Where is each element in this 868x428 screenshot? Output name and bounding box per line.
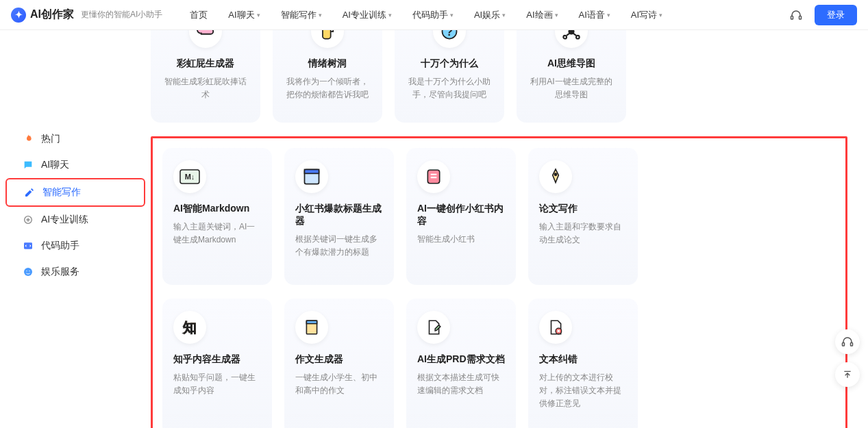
headset-icon[interactable] [790,9,802,21]
sidebar-item-label: AI聊天 [41,159,69,171]
card-title: AI智能Markdown [173,203,249,215]
card-title: 文本纠错 [539,353,578,366]
edit-icon [23,186,36,199]
nav-label: AI专业训练 [343,9,386,21]
tool-card[interactable]: 文本纠错 对上传的文本进行校对，标注错误文本并提供修正意见 [528,299,638,428]
nav-item-4[interactable]: 代码助手▾ [412,9,454,21]
login-button[interactable]: 登录 [815,5,857,25]
card-desc: 我是十万个为什么小助手，尽管向我提问吧 [406,75,493,101]
tool-card[interactable]: AI思维导图 利用AI一键生成完整的思维导图 [517,30,626,123]
cloud-icon [189,30,222,48]
nav-label: AI语音 [579,9,605,21]
nav-item-8[interactable]: AI写诗▾ [631,9,662,21]
content: 彩虹屁生成器 智能生成彩虹屁吹捧话术 情绪树洞 我将作为一个倾听者，把你的烦恼都… [151,30,868,428]
svg-point-6 [29,270,29,271]
nav-label: AI娱乐 [474,9,500,21]
card-title: 情绪树洞 [308,58,347,70]
sidebar-item-2[interactable]: 智能写作 [5,178,145,207]
sidebar: 热门AI聊天智能写作AI专业训练代码助手娱乐服务 [0,30,151,428]
tool-card[interactable]: 小红书爆款标题生成器 根据关键词一键生成多个有爆款潜力的标题 [284,148,394,285]
svg-rect-25 [851,343,853,347]
card-desc: 我将作为一个倾听者，把你的烦恼都告诉我吧 [284,75,371,101]
chevron-down-icon: ▾ [502,12,506,18]
markdown-icon: M↓ [173,160,206,193]
tool-card[interactable]: 论文写作 输入主题和字数要求自动生成论文 [528,148,638,285]
tool-card[interactable]: AI一键创作小红书内容 智能生成小红书 [406,148,516,285]
svg-rect-22 [306,320,317,323]
svg-point-13 [576,36,580,39]
card-title: 论文写作 [539,203,578,215]
sidebar-item-label: AI专业训练 [41,214,88,226]
svg-text:?: ? [446,30,453,38]
nav-item-1[interactable]: AI聊天▾ [228,9,260,21]
support-button[interactable] [835,329,860,354]
docx-icon [539,311,572,344]
nav-item-6[interactable]: AI绘画▾ [526,9,558,21]
main-nav: 首页AI聊天▾智能写作▾AI专业训练▾代码助手▾AI娱乐▾AI绘画▾AI语音▾A… [190,9,662,21]
svg-rect-0 [791,16,793,19]
nav-item-2[interactable]: 智能写作▾ [281,9,322,21]
mindmap-icon [555,30,588,48]
code-icon [22,240,34,252]
pen-icon [539,160,572,193]
logo[interactable]: ✦ AI创作家 [11,8,74,23]
brain-icon [22,214,34,226]
body: 热门AI聊天智能写作AI专业训练代码助手娱乐服务 彩虹屁生成器 智能生成彩虹屁吹… [0,30,868,428]
card-desc: 输入主题关键词，AI一键生成Markdown [173,221,261,247]
svg-rect-17 [305,170,319,174]
tool-card[interactable]: 知 知乎内容生成器 粘贴知乎问题，一键生成知乎内容 [162,299,272,428]
cup-icon [311,30,344,48]
nav-item-0[interactable]: 首页 [190,9,208,21]
nav-label: AI写诗 [631,9,657,21]
header-right: 登录 [790,5,857,25]
card-title: 彩虹屁生成器 [177,58,234,70]
tool-card[interactable]: 作文生成器 一键生成小学生、初中和高中的作文 [284,299,394,428]
grid-row-0: M↓ AI智能Markdown 输入主题关键词，AI一键生成Markdown 小… [162,148,836,285]
tool-card[interactable]: 彩虹屁生成器 智能生成彩虹屁吹捧话术 [151,30,260,123]
card-desc: 粘贴知乎问题，一键生成知乎内容 [173,371,261,397]
chevron-down-icon: ▾ [388,12,392,18]
svg-point-12 [563,36,567,39]
logo-text: AI创作家 [30,8,74,22]
chevron-down-icon: ▾ [555,12,558,18]
window-icon [295,160,328,193]
card-title: 作文生成器 [295,353,343,366]
sidebar-item-label: 热门 [41,133,60,145]
card-desc: 利用AI一键生成完整的思维导图 [528,75,615,101]
card-title: AI思维导图 [547,58,595,70]
nav-item-7[interactable]: AI语音▾ [579,9,610,21]
tool-card[interactable]: ? 十万个为什么 我是十万个为什么小助手，尽管向我提问吧 [395,30,504,123]
sidebar-item-0[interactable]: 热门 [5,126,145,152]
tagline: 更懂你的智能AI小助手 [81,9,162,21]
sidebar-item-label: 智能写作 [42,186,81,199]
note-icon [417,160,450,193]
card-title: 小红书爆款标题生成器 [295,203,383,227]
svg-rect-24 [843,343,845,347]
sidebar-item-5[interactable]: 娱乐服务 [5,259,145,285]
nav-label: 首页 [190,9,208,21]
card-desc: 对上传的文本进行校对，标注错误文本并提供修正意见 [539,371,627,411]
sidebar-item-4[interactable]: 代码助手 [5,233,145,259]
nav-label: AI聊天 [228,9,254,21]
back-to-top-button[interactable] [835,362,860,387]
logo-icon: ✦ [11,8,26,23]
card-desc: 根据文本描述生成可快速编辑的需求文档 [417,371,505,397]
card-desc: 智能生成彩虹屁吹捧话术 [162,75,249,101]
card-desc: 输入主题和字数要求自动生成论文 [539,221,627,247]
card-desc: 根据关键词一键生成多个有爆款潜力的标题 [295,233,383,259]
nav-item-5[interactable]: AI娱乐▾ [474,9,506,21]
tool-card[interactable]: AI生成PRD需求文档 根据文本描述生成可快速编辑的需求文档 [406,299,516,428]
sidebar-item-1[interactable]: AI聊天 [5,152,145,178]
tool-card[interactable]: 情绪树洞 我将作为一个倾听者，把你的烦恼都告诉我吧 [273,30,382,123]
sidebar-item-label: 代码助手 [41,240,79,252]
fire-icon [22,133,34,145]
nav-item-3[interactable]: AI专业训练▾ [343,9,392,21]
chevron-down-icon: ▾ [257,12,260,18]
nav-label: 智能写作 [281,9,317,21]
top-row: 彩虹屁生成器 智能生成彩虹屁吹捧话术 情绪树洞 我将作为一个倾听者，把你的烦恼都… [151,30,847,123]
card-title: 知乎内容生成器 [173,353,240,366]
tool-card[interactable]: M↓ AI智能Markdown 输入主题关键词，AI一键生成Markdown [162,148,272,285]
sidebar-item-3[interactable]: AI专业训练 [5,207,145,233]
zhi-icon: 知 [173,311,206,344]
chevron-down-icon: ▾ [607,12,610,18]
